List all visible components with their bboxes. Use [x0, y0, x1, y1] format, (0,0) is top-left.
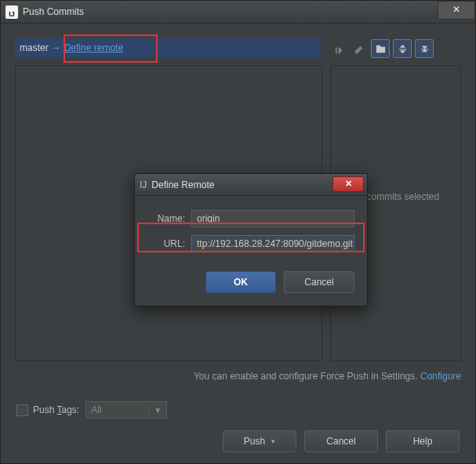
define-remote-dialog: IJ Define Remote ✕ Name: origin URL: ttp…	[134, 173, 368, 306]
define-remote-link[interactable]: Define remote	[64, 42, 123, 53]
push-tags-combo-value: All	[91, 404, 101, 415]
window-title: Push Commits	[23, 6, 84, 17]
cancel-button[interactable]: Cancel	[304, 430, 378, 452]
dialog-titlebar[interactable]: IJ Define Remote ✕	[135, 174, 367, 196]
url-row: URL: ttp://192.168.28.247:8090/gitdemo.g…	[147, 235, 354, 252]
name-input[interactable]: origin	[191, 210, 354, 227]
intellij-icon: IJ	[5, 5, 18, 19]
url-label: URL:	[147, 238, 185, 249]
window-close-button[interactable]: ✕	[438, 1, 475, 20]
dialog-title: Define Remote	[151, 179, 214, 190]
main-button-bar: Push Cancel Help	[223, 430, 460, 452]
expand-all-icon[interactable]	[393, 39, 412, 58]
dialog-cancel-button[interactable]: Cancel	[284, 271, 354, 293]
push-button-label: Push	[244, 436, 265, 447]
hint-text: You can enable and configure Force Push …	[194, 371, 418, 382]
force-push-hint: You can enable and configure Force Push …	[9, 371, 461, 382]
name-row: Name: origin	[147, 210, 354, 227]
branch-row[interactable]: master → Define remote	[15, 38, 321, 57]
push-button[interactable]: Push	[223, 430, 296, 452]
url-input[interactable]: ttp://192.168.28.247:8090/gitdemo.git	[191, 235, 354, 252]
push-tags-combo[interactable]: All ▼	[85, 401, 167, 419]
push-tags-label: Push Tags:	[33, 404, 79, 415]
help-button[interactable]: Help	[386, 430, 460, 452]
dialog-body: Name: origin URL: ttp://192.168.28.247:8…	[135, 196, 367, 263]
push-tags-label-post: ags:	[61, 404, 79, 415]
cherry-pick-icon[interactable]	[330, 40, 347, 57]
arrow-icon: →	[52, 42, 61, 53]
collapse-all-icon[interactable]	[415, 39, 434, 58]
ok-button[interactable]: OK	[205, 271, 276, 293]
group-by-directory-icon[interactable]	[371, 39, 390, 58]
push-tags-area: Push Tags: All ▼	[16, 399, 460, 421]
main-titlebar[interactable]: IJ Push Commits ✕	[1, 1, 475, 24]
branch-name: master	[20, 42, 49, 53]
push-commits-window: IJ Push Commits ✕ master → Define remote	[0, 0, 476, 464]
dialog-close-button[interactable]: ✕	[332, 176, 364, 192]
push-tags-label-pre: Push	[33, 404, 56, 415]
right-toolbar	[330, 38, 434, 59]
dialog-button-bar: OK Cancel	[135, 263, 367, 306]
configure-link[interactable]: Configure	[420, 371, 461, 382]
chevron-down-icon: ▼	[148, 406, 162, 415]
edit-icon[interactable]	[351, 40, 368, 57]
intellij-icon: IJ	[140, 179, 147, 190]
name-label: Name:	[147, 213, 185, 224]
push-tags-checkbox[interactable]	[16, 404, 28, 416]
